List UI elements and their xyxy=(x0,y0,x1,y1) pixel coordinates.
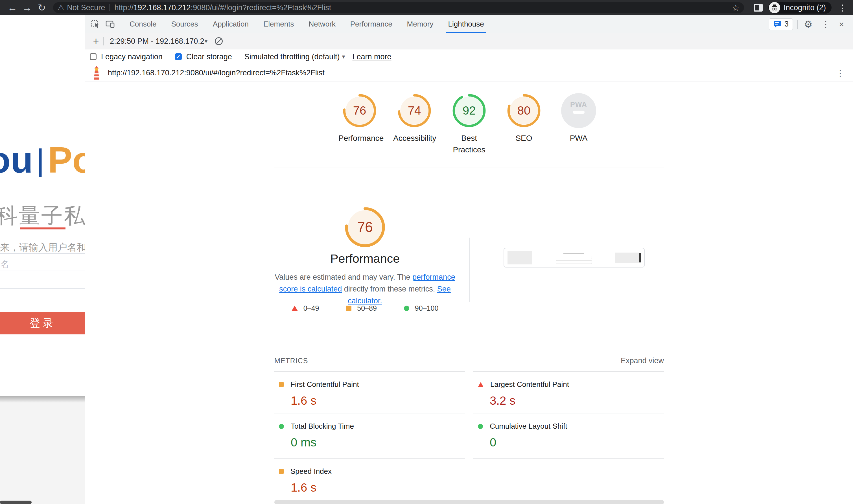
metric-largest-contentful-paint: Largest Contentful Paint 3.2 s xyxy=(473,371,664,413)
pwa-gauge[interactable]: PWA xyxy=(561,93,596,128)
captcha-input[interactable] xyxy=(0,288,85,289)
tab-network[interactable]: Network xyxy=(301,15,343,33)
best-practices-gauge[interactable]: 92 xyxy=(451,93,486,128)
address-bar[interactable]: ⚠ Not Secure http://192.168.170.212:9080… xyxy=(53,2,744,13)
new-report-button[interactable]: + xyxy=(90,35,102,47)
lcp-value: 3.2 s xyxy=(490,394,664,408)
issues-button[interactable]: 3 xyxy=(769,18,793,30)
score-performance[interactable]: 76 Performance xyxy=(332,93,387,156)
average-square-icon xyxy=(346,306,351,311)
devtools-menu-icon[interactable]: ⋮ xyxy=(817,19,834,29)
metric-cumulative-layout-shift: Cumulative Layout Shift 0 xyxy=(473,413,664,458)
login-button[interactable]: 登录 xyxy=(0,312,85,335)
score-pwa[interactable]: PWA PWA xyxy=(551,93,606,156)
best-practices-gauge-label: Best Practices xyxy=(448,133,490,156)
legend-average-range: 50–89 xyxy=(357,304,377,312)
tab-performance[interactable]: Performance xyxy=(343,15,400,33)
metric-first-contentful-paint: First Contentful Paint 1.6 s xyxy=(274,371,465,413)
learn-more-link[interactable]: Learn more xyxy=(352,53,391,61)
score-seo[interactable]: 80 SEO xyxy=(497,93,551,156)
fail-triangle-icon xyxy=(291,306,298,311)
thumbnail-right-block xyxy=(615,253,639,263)
logo-blue-text: ou xyxy=(0,142,33,178)
page-heading: 科量子私有 xyxy=(0,201,85,231)
score-best-practices[interactable]: 92 Best Practices xyxy=(442,93,497,156)
lighthouse-report: 76 Performance 74 Accessibility 92 Best … xyxy=(85,82,853,504)
tab-memory[interactable]: Memory xyxy=(400,15,441,33)
thumbnail-form-area xyxy=(532,251,615,264)
tab-application[interactable]: Application xyxy=(206,15,256,33)
report-selector[interactable]: 2:29:50 PM - 192.168.170.212 ▾ xyxy=(110,37,208,46)
throttling-label[interactable]: Simulated throttling (default) xyxy=(245,53,340,61)
settings-gear-icon[interactable]: ⚙ xyxy=(799,19,817,30)
tbt-label: Total Blocking Time xyxy=(291,422,354,431)
report-menu-icon[interactable]: ⋮ xyxy=(834,68,846,78)
lcp-rating-icon xyxy=(478,382,483,387)
welcome-text: 回来，请输入用户名和密 xyxy=(0,241,85,254)
reload-button[interactable]: ↻ xyxy=(34,0,49,15)
thumbnail-dark-bar xyxy=(639,253,641,263)
bookmark-star-icon[interactable]: ☆ xyxy=(732,3,740,13)
report-url-row: http://192.168.170.212:9080/ui/#/login?r… xyxy=(85,64,853,82)
browser-menu-icon[interactable]: ⋮ xyxy=(836,3,849,13)
clear-storage-label[interactable]: Clear storage xyxy=(186,53,232,61)
accessibility-gauge-label: Accessibility xyxy=(393,133,436,144)
url-text[interactable]: http://192.168.170.212:9080/ui/#/login?r… xyxy=(114,3,331,12)
summary-vertical-divider xyxy=(469,238,470,302)
score-accessibility[interactable]: 74 Accessibility xyxy=(387,93,442,156)
legacy-navigation-checkbox[interactable] xyxy=(90,53,96,60)
incognito-badge[interactable]: Incognito (2) xyxy=(768,2,832,14)
page-background xyxy=(0,396,85,504)
tbt-rating-icon xyxy=(279,424,284,429)
inspect-element-icon[interactable] xyxy=(88,17,103,32)
accessibility-gauge[interactable]: 74 xyxy=(397,93,432,128)
legacy-navigation-label[interactable]: Legacy navigation xyxy=(101,53,163,61)
metric-total-blocking-time: Total Blocking Time 0 ms xyxy=(274,413,465,458)
tab-lighthouse[interactable]: Lighthouse xyxy=(441,15,492,33)
performance-gauge[interactable]: 76 xyxy=(342,93,377,128)
clear-reports-icon[interactable] xyxy=(215,37,223,45)
clear-storage-checkbox[interactable]: ✓ xyxy=(175,53,182,60)
performance-gauge-label: Performance xyxy=(338,133,381,144)
legend-fail-range: 0–49 xyxy=(303,304,319,312)
username-placeholder: 名 xyxy=(1,258,9,270)
fcp-value: 1.6 s xyxy=(291,394,465,408)
horizontal-scrollbar-thumb[interactable] xyxy=(0,501,32,504)
forward-button[interactable]: → xyxy=(20,0,34,15)
fcp-label: First Contentful Paint xyxy=(290,380,359,389)
not-secure-warning-icon: ⚠ xyxy=(58,3,64,12)
cls-value: 0 xyxy=(490,436,664,449)
final-screenshot-thumbnail xyxy=(503,248,645,268)
side-panel-icon[interactable] xyxy=(754,4,763,12)
seo-gauge[interactable]: 80 xyxy=(507,93,541,128)
lighthouse-logo-icon xyxy=(93,66,101,81)
si-rating-icon xyxy=(279,469,284,474)
logo-orange-text: Po xyxy=(48,142,85,178)
url-host: 192.168.170.212 xyxy=(134,3,191,12)
device-toolbar-icon[interactable] xyxy=(103,17,118,32)
issues-chat-icon xyxy=(773,20,782,28)
thumbnail-right-area xyxy=(615,253,641,263)
devtools-close-icon[interactable]: × xyxy=(834,19,849,29)
expand-view-button[interactable]: Expand view xyxy=(621,356,664,365)
username-input[interactable] xyxy=(0,253,85,254)
thumbnail-left-block xyxy=(508,251,532,265)
tab-console[interactable]: Console xyxy=(122,15,164,33)
next-section-edge xyxy=(274,500,664,504)
fcp-rating-icon xyxy=(279,382,284,387)
metrics-section: METRICS Expand view First Contentful Pai… xyxy=(274,352,664,504)
password-input[interactable] xyxy=(0,271,85,271)
metrics-heading: METRICS xyxy=(274,357,308,365)
metric-speed-index: Speed Index 1.6 s xyxy=(274,458,465,504)
issues-count: 3 xyxy=(784,20,789,29)
category-scores-row: 76 Performance 74 Accessibility 92 Best … xyxy=(85,93,853,156)
page-shadow xyxy=(0,396,85,403)
throttling-chevron-icon[interactable]: ▾ xyxy=(342,53,345,60)
tab-elements[interactable]: Elements xyxy=(256,15,301,33)
tab-sources[interactable]: Sources xyxy=(164,15,205,33)
not-secure-label[interactable]: Not Secure xyxy=(67,3,105,12)
site-logo: ou | Po xyxy=(0,142,85,178)
legend-pass: 90–100 xyxy=(404,304,438,312)
legend-fail: 0–49 xyxy=(291,304,319,312)
back-button[interactable]: ← xyxy=(5,0,20,15)
